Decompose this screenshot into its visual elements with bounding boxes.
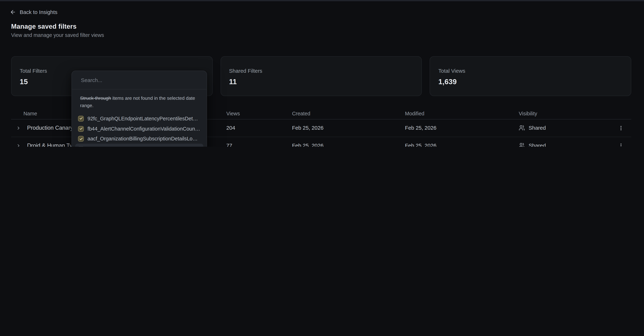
row-name: Droid & Human Type [27,142,78,147]
visibility-label: Shared [528,142,546,147]
visibility-label: Shared [528,125,546,131]
stat-card: Total Views 1,639 [430,56,631,96]
chevron-right-icon[interactable] [15,142,22,147]
kebab-menu-icon[interactable] [616,141,626,147]
stat-label: Total Views [438,68,622,74]
filter-item-label: 4930_GetCharacterDetails_37 [88,146,160,147]
row-views: 204 [226,125,292,131]
row-visibility: Shared [519,142,613,147]
page-title: Manage saved filters [11,23,76,30]
manage-saved-filters-page: Back to Insights Manage saved filters Vi… [0,0,644,147]
column-header-views: Views [226,111,292,116]
popover-item-list: 92fc_GraphQLEndpointLatencyPercentilesDe… [72,112,206,147]
checkbox-icon[interactable] [78,126,84,132]
search-input[interactable] [80,76,198,83]
kebab-menu-icon[interactable] [616,123,626,133]
window-top-edge [0,0,644,1]
chevron-right-icon[interactable] [15,124,22,132]
people-icon [519,125,525,131]
back-to-insights-link[interactable]: Back to Insights [10,9,57,15]
people-icon [519,142,525,147]
column-header-created: Created [292,111,405,116]
filter-item-label: fb44_AlertChannelConfigurationValidation… [88,126,200,132]
filter-item-label: 92fc_GraphQLEndpointLatencyPercentilesDe… [88,116,200,121]
back-link-label: Back to Insights [20,9,57,15]
row-visibility: Shared [519,125,613,131]
row-menu-cell [613,141,631,147]
row-modified: Feb 25, 2026 [405,125,519,131]
arrow-left-icon [10,9,16,15]
note-struck-word: Struck-through [80,96,111,101]
row-created: Feb 25, 2026 [292,125,405,131]
filter-item-row[interactable]: 92fc_GraphQLEndpointLatencyPercentilesDe… [75,114,203,124]
filter-item-row[interactable]: fb44_AlertChannelConfigurationValidation… [75,124,203,134]
popover-note: Struck-through items are not found in th… [72,89,206,112]
row-name: Production Canary [27,125,73,131]
popover-search-section [72,71,206,89]
row-menu-cell [613,123,631,133]
stat-value: 1,639 [438,77,622,86]
filter-item-row[interactable]: 4930_GetCharacterDetails_37 [75,144,203,147]
filter-item-row[interactable]: aacf_OrganizationBillingSubscriptionDeta… [75,134,203,144]
row-created: Feb 25, 2026 [292,142,405,147]
stat-value: 11 [229,77,413,86]
checkbox-icon[interactable] [78,146,84,147]
checkbox-icon[interactable] [78,136,84,142]
row-views: 77 [226,142,292,147]
checkbox-icon[interactable] [78,116,84,121]
filter-item-label: aacf_OrganizationBillingSubscriptionDeta… [88,136,200,142]
row-modified: Feb 25, 2026 [405,142,519,147]
page-subtitle: View and manage your saved filter views [11,32,104,38]
stat-label: Shared Filters [229,68,413,74]
column-header-modified: Modified [405,111,519,116]
column-header-visibility: Visibility [519,111,613,116]
filter-items-popover: Struck-through items are not found in th… [72,70,207,147]
stat-card: Shared Filters 11 [220,56,422,96]
